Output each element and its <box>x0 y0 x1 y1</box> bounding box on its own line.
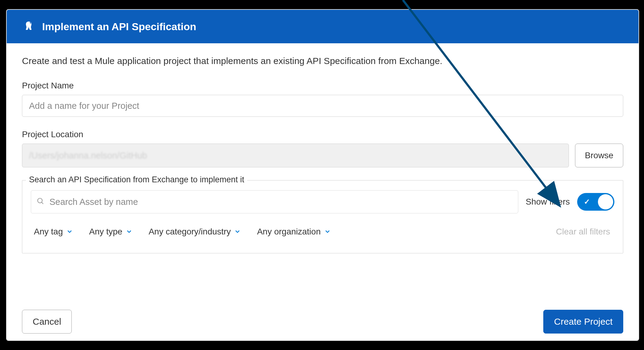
search-fieldset: Search an API Specification from Exchang… <box>22 180 623 253</box>
dialog-title: Implement an API Specification <box>42 21 196 33</box>
cancel-button[interactable]: Cancel <box>22 310 72 334</box>
project-name-input[interactable] <box>22 95 623 117</box>
project-name-label: Project Name <box>22 81 623 91</box>
project-location-label: Project Location <box>22 130 623 139</box>
filter-organization[interactable]: Any organization <box>257 227 331 237</box>
search-icon <box>37 197 45 206</box>
project-location-input: /Users/johanna.nelson/GitHub <box>22 144 569 167</box>
filter-category[interactable]: Any category/industry <box>149 227 241 237</box>
dialog-header: Implement an API Specification <box>7 10 639 43</box>
filter-tag-label: Any tag <box>34 227 63 237</box>
chevron-down-icon <box>324 227 331 237</box>
filter-category-label: Any category/industry <box>149 227 231 237</box>
cancel-button-label: Cancel <box>33 316 61 327</box>
filter-type[interactable]: Any type <box>89 227 132 237</box>
project-name-field: Project Name <box>22 81 623 117</box>
dialog-footer: Cancel Create Project <box>22 310 623 334</box>
mule-logo-icon <box>22 20 35 33</box>
search-fieldset-legend: Search an API Specification from Exchang… <box>26 175 247 184</box>
svg-point-0 <box>38 198 42 203</box>
project-location-field: Project Location /Users/johanna.nelson/G… <box>22 130 623 167</box>
filter-tag[interactable]: Any tag <box>34 227 73 237</box>
create-project-button-label: Create Project <box>554 316 613 327</box>
chevron-down-icon <box>234 227 241 237</box>
show-filters-toggle[interactable]: ✓ <box>577 193 614 211</box>
dialog-description: Create and test a Mule application proje… <box>22 55 623 67</box>
toggle-knob <box>598 194 613 209</box>
dialog-body: Create and test a Mule application proje… <box>7 43 639 253</box>
check-icon: ✓ <box>584 198 590 206</box>
chevron-down-icon <box>126 227 132 237</box>
browse-button[interactable]: Browse <box>575 144 623 167</box>
browse-button-label: Browse <box>585 151 613 160</box>
dialog-implement-api-spec: Implement an API Specification Create an… <box>6 9 639 341</box>
filter-type-label: Any type <box>89 227 122 237</box>
filter-organization-label: Any organization <box>257 227 321 237</box>
search-asset-input[interactable] <box>49 197 512 207</box>
chevron-down-icon <box>67 227 73 237</box>
create-project-button[interactable]: Create Project <box>543 310 623 334</box>
clear-all-filters[interactable]: Clear all filters <box>556 227 614 237</box>
show-filters-label: Show filters <box>526 197 570 207</box>
filter-row: Any tag Any type Any category/industry <box>31 227 614 237</box>
search-asset-box[interactable] <box>31 190 518 213</box>
project-location-value: /Users/johanna.nelson/GitHub <box>29 151 147 161</box>
svg-line-1 <box>42 202 43 204</box>
